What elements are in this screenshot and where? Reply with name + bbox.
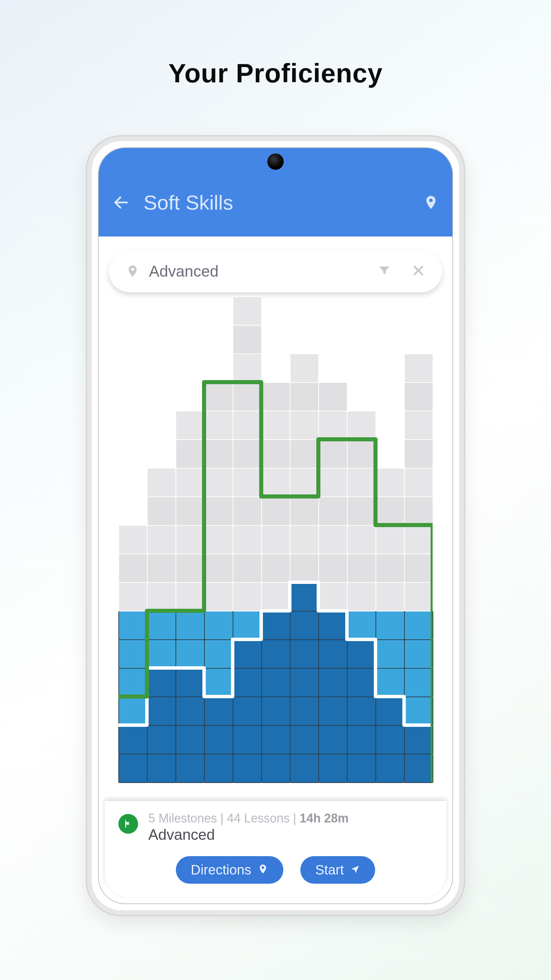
lessons-label: 44 Lessons <box>227 811 289 825</box>
chart-cell <box>261 554 291 583</box>
chart-cell <box>375 725 405 754</box>
chart-cell <box>118 582 148 611</box>
chart-cell <box>318 525 348 554</box>
chart-cell <box>204 468 233 497</box>
chart-cell <box>147 668 176 697</box>
chart-cell <box>233 611 262 640</box>
summary-meta: 5 Milestones | 44 Lessons | 14h 28m <box>148 811 349 826</box>
chart-cell <box>347 754 376 783</box>
back-arrow-icon[interactable] <box>112 194 130 211</box>
start-button-label: Start <box>315 862 344 878</box>
chart-cell <box>261 611 291 640</box>
chart-cell <box>347 554 376 583</box>
chart-cell <box>233 382 262 411</box>
chart-cell <box>233 353 262 383</box>
directions-button[interactable]: Directions <box>176 856 283 884</box>
chart-cell <box>290 582 319 611</box>
chart-cell <box>233 525 262 554</box>
level-selector[interactable]: Advanced <box>109 250 442 292</box>
chart-cell <box>118 668 148 697</box>
chart-cell <box>290 353 319 383</box>
chart-cell <box>318 496 348 526</box>
chart-cell <box>204 382 233 411</box>
chart-cell <box>375 611 405 640</box>
chart-cell <box>118 754 148 783</box>
location-pin-icon[interactable] <box>423 195 439 210</box>
chart-cell <box>318 382 348 411</box>
front-camera <box>267 153 284 170</box>
chart-cell <box>204 668 233 697</box>
chart-cell <box>261 582 291 611</box>
chart-cell <box>318 468 348 497</box>
chart-cell <box>404 468 433 497</box>
chart-cell <box>290 411 319 440</box>
chart-cell <box>233 554 262 583</box>
chart-cell <box>233 496 262 526</box>
chart-cell <box>290 640 319 669</box>
chart-cell <box>290 439 319 469</box>
chart-cell <box>318 439 348 469</box>
chart-cell <box>347 525 376 554</box>
chart-cell <box>204 554 233 583</box>
chart-cell <box>204 439 233 469</box>
chart-cell <box>261 668 291 697</box>
start-button[interactable]: Start <box>300 856 375 884</box>
chart-cell <box>318 411 348 440</box>
chart-cell <box>261 697 291 726</box>
chart-cell <box>176 668 205 697</box>
chart-cell <box>147 697 176 726</box>
chart-cell <box>147 554 176 583</box>
chart-cell <box>261 525 291 554</box>
chart-cell <box>233 725 262 754</box>
side-button <box>89 305 92 339</box>
close-icon[interactable] <box>411 264 425 279</box>
chart-cell <box>118 525 148 554</box>
chart-cell <box>261 411 291 440</box>
chart-cell <box>233 411 262 440</box>
chart-cell <box>233 582 262 611</box>
chart-cell <box>147 754 176 783</box>
chart-cell <box>404 754 433 783</box>
chart-cell <box>261 439 291 469</box>
filter-icon[interactable] <box>378 264 391 279</box>
chart-cell <box>176 640 205 669</box>
chart-cell <box>147 525 176 554</box>
chart-cell <box>404 525 433 554</box>
chart-cell <box>318 611 348 640</box>
side-button <box>89 359 92 393</box>
chart-cell <box>347 496 376 526</box>
chart-cell <box>176 611 205 640</box>
chart-cell <box>404 725 433 754</box>
chart-cell <box>147 582 176 611</box>
chart-cell <box>404 411 433 440</box>
chart-cell <box>204 697 233 726</box>
chart-cell <box>147 496 176 526</box>
chart-cell <box>404 582 433 611</box>
chart-cell <box>176 439 205 469</box>
chart-cell <box>176 697 205 726</box>
chart-cell <box>204 411 233 440</box>
chart-cell <box>176 468 205 497</box>
chart-cell <box>118 725 148 754</box>
chart-cell <box>204 725 233 754</box>
chart-cell <box>176 582 205 611</box>
chart-cell <box>233 325 262 354</box>
chart-cell <box>118 554 148 583</box>
content-area: Advanced <box>98 237 453 782</box>
milestones-label: 5 Milestones <box>148 811 217 825</box>
location-pin-icon <box>126 264 140 278</box>
chart-cell <box>147 640 176 669</box>
chart-cell <box>290 382 319 411</box>
chart-cell <box>375 668 405 697</box>
phone-frame: Soft Skills Advanced <box>87 137 464 915</box>
chart-cell <box>233 668 262 697</box>
chart-cell <box>176 554 205 583</box>
chart-cell <box>318 754 348 783</box>
chart-cell <box>233 640 262 669</box>
chart-cell <box>375 525 405 554</box>
chart-cell <box>233 296 262 326</box>
screen: Soft Skills Advanced <box>98 147 453 904</box>
chart-cell <box>147 725 176 754</box>
chart-cell <box>233 468 262 497</box>
chart-cell <box>404 554 433 583</box>
